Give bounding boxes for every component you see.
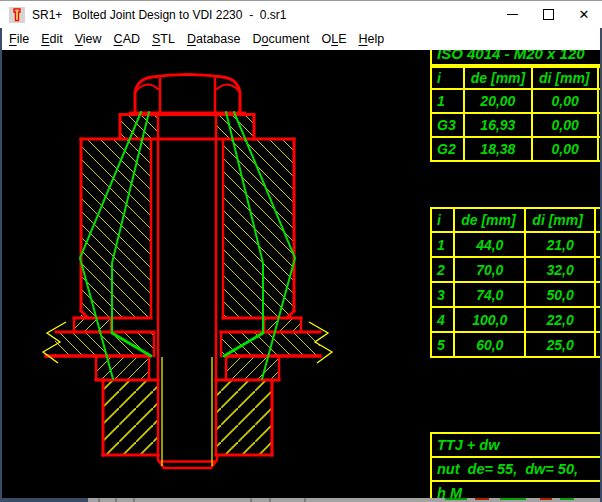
window-title: SR1+ Bolted Joint Design to VDI 2230 - 0… xyxy=(32,8,494,22)
table-cell: 1 xyxy=(431,89,464,113)
app-window: SR1+ Bolted Joint Design to VDI 2230 - 0… xyxy=(0,0,602,502)
clipped-info-label: h M xyxy=(432,480,602,498)
clipped-text-hint xyxy=(445,498,467,500)
maximize-icon xyxy=(543,9,554,20)
table-cell: 4 xyxy=(431,307,454,332)
table-cell: 0,00 xyxy=(532,89,598,113)
plate-5 xyxy=(96,356,279,380)
menu-database[interactable]: Database xyxy=(181,32,247,46)
table-cell: 0,00 xyxy=(532,137,598,161)
column-header: di [mm] xyxy=(525,208,595,232)
window-border-corner xyxy=(0,498,88,502)
table-cell: 3 xyxy=(431,282,454,307)
plate-3 xyxy=(74,318,301,332)
joint-type-label: TTJ + dw xyxy=(432,432,602,456)
break-lines xyxy=(43,322,332,363)
table-cell: 20,00 xyxy=(464,89,532,113)
menu-file[interactable]: File xyxy=(3,32,35,46)
table-cell: 21,0 xyxy=(525,232,595,257)
column-header: de [mm] xyxy=(454,208,525,232)
table-cell: 18,38 xyxy=(464,137,532,161)
column-header: i xyxy=(431,208,454,232)
plate-hatching xyxy=(55,115,320,455)
menu-bar: FileEditViewCADSTLDatabaseDocumentOLEHel… xyxy=(0,28,602,50)
menu-ole[interactable]: OLE xyxy=(315,32,352,46)
tapped-plate xyxy=(103,380,272,455)
menu-help[interactable]: Help xyxy=(352,32,390,46)
table-row: G316,930,00 xyxy=(431,113,602,137)
column-header: de [mm] xyxy=(464,67,532,89)
table-cell: 1 xyxy=(431,232,454,257)
table-cell: 44,0 xyxy=(454,232,525,257)
bolt-app-icon xyxy=(9,7,25,23)
table-cell: 74,0 xyxy=(454,282,525,307)
nut-dimensions-label: nut de= 55, dw= 50, xyxy=(432,456,602,480)
bolt-tip xyxy=(158,455,217,468)
header-row: ide [mm]di [mm]l xyxy=(431,67,602,89)
clipped-text-hint xyxy=(500,498,526,500)
bottom-strip xyxy=(0,498,602,502)
table-cell: G3 xyxy=(431,113,464,137)
joint-info-panel: TTJ + dw nut de= 55, dw= 50, h M xyxy=(430,432,602,498)
table-cell: 5 xyxy=(431,332,454,357)
table-row: 120,000,00 xyxy=(431,89,602,113)
table-row: 560,025,0 xyxy=(431,332,602,357)
bolt-designation-title: ISO 4014 - M20 x 120 xyxy=(430,50,602,66)
menu-cad[interactable]: CAD xyxy=(108,32,146,46)
bolt-dimensions-table: ide [mm]di [mm]l120,000,00G316,930,00G21… xyxy=(430,66,602,162)
table-cell: 16,93 xyxy=(464,113,532,137)
close-button[interactable]: ✕ xyxy=(566,1,602,28)
washer xyxy=(120,115,254,140)
cad-canvas: ISO 4014 - M20 x 120 ide [mm]di [mm]l120… xyxy=(0,50,602,498)
table-row: 270,032,0 xyxy=(431,257,602,282)
window-border-left xyxy=(0,28,2,502)
table-row: 4100,022,0 xyxy=(431,307,602,332)
menu-view[interactable]: View xyxy=(69,32,108,46)
bolt-shank xyxy=(158,113,216,455)
compression-cone-lines xyxy=(80,112,295,379)
clamped-plates-table: ide [mm]di [mm]144,021,0270,032,0374,050… xyxy=(430,207,602,358)
hex-head xyxy=(135,75,240,115)
plate-2 xyxy=(81,139,294,318)
column-header: di [mm] xyxy=(532,67,598,89)
table-row: G218,380,00 xyxy=(431,137,602,161)
clipped-text-hint xyxy=(560,498,574,500)
menu-edit[interactable]: Edit xyxy=(35,32,69,46)
clipped-text-hint xyxy=(540,498,552,500)
minimize-button[interactable] xyxy=(494,1,530,28)
minimize-icon xyxy=(507,14,518,15)
thread-lines xyxy=(162,357,212,466)
clipped-text-hint xyxy=(475,498,489,500)
table-cell: 0,00 xyxy=(532,113,598,137)
table-cell: 22,0 xyxy=(525,307,595,332)
title-bar: SR1+ Bolted Joint Design to VDI 2230 - 0… xyxy=(0,0,602,28)
column-header: i xyxy=(431,67,464,89)
close-icon: ✕ xyxy=(579,8,590,21)
flange-plate xyxy=(154,332,221,356)
table-row: 144,021,0 xyxy=(431,232,602,257)
table-cell: 100,0 xyxy=(454,307,525,332)
header-row: ide [mm]di [mm] xyxy=(431,208,602,232)
bolt-and-plates-outline xyxy=(46,75,320,469)
table-cell: 25,0 xyxy=(525,332,595,357)
menu-document[interactable]: Document xyxy=(246,32,315,46)
table-cell: 60,0 xyxy=(454,332,525,357)
clamped-plates-panel: ide [mm]di [mm]144,021,0270,032,0374,050… xyxy=(430,207,602,358)
taskbar-sliver xyxy=(88,498,602,502)
maximize-button[interactable] xyxy=(530,1,566,28)
menu-stl[interactable]: STL xyxy=(146,32,181,46)
table-row: 374,050,0 xyxy=(431,282,602,307)
table-cell: G2 xyxy=(431,137,464,161)
bolt-dimensions-panel: ISO 4014 - M20 x 120 ide [mm]di [mm]l120… xyxy=(430,50,602,162)
table-cell: 32,0 xyxy=(525,257,595,282)
table-cell: 50,0 xyxy=(525,282,595,307)
window-controls: ✕ xyxy=(494,1,602,28)
table-cell: 2 xyxy=(431,257,454,282)
table-cell: 70,0 xyxy=(454,257,525,282)
